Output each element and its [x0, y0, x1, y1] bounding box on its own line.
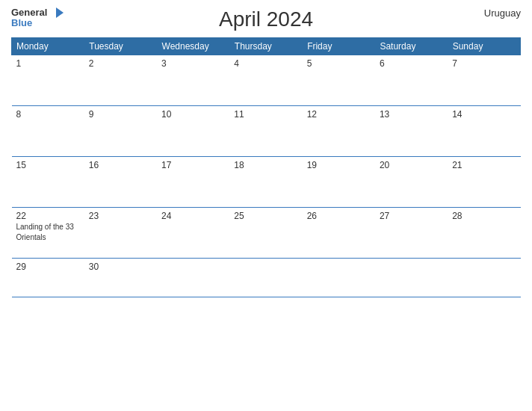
day-number: 4	[234, 58, 297, 69]
day-number: 30	[89, 262, 152, 272]
calendar-cell: 20	[375, 157, 448, 208]
logo-blue-text: Blue	[11, 18, 32, 28]
calendar-cell: 17	[157, 157, 229, 208]
calendar-cell: 29	[12, 259, 84, 297]
week-row-5: 2930	[12, 259, 521, 297]
day-number: 3	[161, 58, 225, 69]
logo-flag-icon	[49, 7, 64, 18]
calendar-cell	[157, 259, 229, 297]
day-number: 12	[307, 109, 371, 120]
calendar-cell: 14	[448, 106, 520, 157]
calendar-cell: 13	[375, 106, 448, 157]
day-number: 23	[89, 211, 152, 221]
day-number: 27	[380, 211, 443, 221]
svg-marker-0	[56, 7, 64, 18]
day-number: 6	[380, 58, 443, 69]
calendar-cell: 18	[229, 157, 302, 208]
calendar-cell: 6	[375, 55, 448, 106]
day-number: 21	[452, 160, 516, 170]
week-row-3: 15161718192021	[12, 157, 521, 208]
calendar-cell	[375, 259, 448, 297]
day-number: 14	[452, 109, 516, 120]
weekday-header-row: Monday Tuesday Wednesday Thursday Friday…	[12, 38, 521, 55]
calendar-cell: 24	[157, 208, 229, 259]
calendar-cell: 28	[448, 208, 520, 259]
day-number: 11	[234, 109, 297, 120]
calendar-cell: 25	[229, 208, 302, 259]
calendar-cell: 23	[84, 208, 157, 259]
calendar-cell	[303, 259, 375, 297]
calendar-cell: 4	[229, 55, 302, 106]
day-number: 9	[89, 109, 152, 120]
header-monday: Monday	[12, 38, 84, 55]
day-number: 28	[452, 211, 516, 221]
header-friday: Friday	[303, 38, 375, 55]
day-number: 29	[16, 262, 80, 272]
week-row-1: 1234567	[12, 55, 521, 106]
week-row-2: 891011121314	[12, 106, 521, 157]
day-number: 13	[380, 109, 443, 120]
logo-general-text: General	[11, 7, 47, 18]
calendar-header: General Blue April 2024 Uruguay	[11, 7, 521, 31]
day-number: 2	[89, 58, 152, 69]
calendar-cell: 5	[303, 55, 375, 106]
calendar-cell: 16	[84, 157, 157, 208]
calendar-cell: 2	[84, 55, 157, 106]
calendar-cell: 12	[303, 106, 375, 157]
calendar-cell: 7	[448, 55, 520, 106]
calendar-cell: 11	[229, 106, 302, 157]
week-row-4: 22Landing of the 33 Orientals23242526272…	[12, 208, 521, 259]
event-label: Landing of the 33 Orientals	[16, 223, 74, 241]
calendar-cell	[448, 259, 520, 297]
day-number: 8	[16, 109, 80, 120]
calendar-container: General Blue April 2024 Uruguay Monday T…	[0, 0, 532, 411]
calendar-cell: 1	[12, 55, 84, 106]
calendar-cell: 19	[303, 157, 375, 208]
header-thursday: Thursday	[229, 38, 302, 55]
logo: General Blue	[11, 7, 64, 29]
header-tuesday: Tuesday	[84, 38, 157, 55]
day-number: 22	[16, 211, 80, 221]
day-number: 15	[16, 160, 80, 170]
calendar-cell	[229, 259, 302, 297]
calendar-cell: 30	[84, 259, 157, 297]
day-number: 20	[380, 160, 443, 170]
day-number: 26	[307, 211, 371, 221]
day-number: 17	[161, 160, 225, 170]
day-number: 25	[234, 211, 297, 221]
calendar-cell: 21	[448, 157, 520, 208]
country-label: Uruguay	[484, 7, 521, 19]
calendar-grid: Monday Tuesday Wednesday Thursday Friday…	[11, 37, 521, 297]
calendar-cell: 26	[303, 208, 375, 259]
calendar-cell: 9	[84, 106, 157, 157]
day-number: 5	[307, 58, 371, 69]
calendar-cell: 10	[157, 106, 229, 157]
header-sunday: Sunday	[448, 38, 520, 55]
month-title: April 2024	[219, 7, 313, 31]
day-number: 16	[89, 160, 152, 170]
day-number: 1	[16, 58, 80, 69]
header-wednesday: Wednesday	[157, 38, 229, 55]
day-number: 10	[161, 109, 225, 120]
day-number: 24	[161, 211, 225, 221]
day-number: 7	[452, 58, 516, 69]
calendar-cell: 27	[375, 208, 448, 259]
calendar-cell: 22Landing of the 33 Orientals	[12, 208, 84, 259]
calendar-cell: 8	[12, 106, 84, 157]
header-saturday: Saturday	[375, 38, 448, 55]
day-number: 18	[234, 160, 297, 170]
day-number: 19	[307, 160, 371, 170]
calendar-cell: 15	[12, 157, 84, 208]
calendar-cell: 3	[157, 55, 229, 106]
